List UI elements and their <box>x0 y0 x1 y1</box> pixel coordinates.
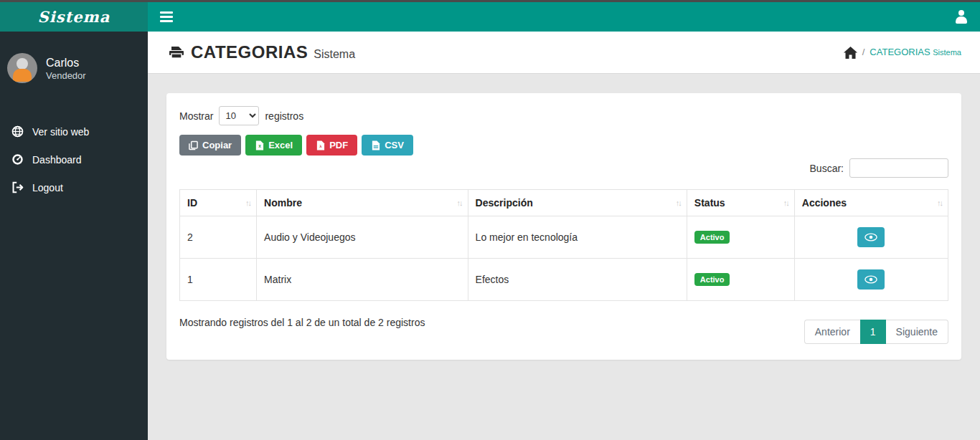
length-label-before: Mostrar <box>179 110 213 122</box>
table-header-row: ID↑↓ Nombre↑↓ Descripción↑↓ Status↑↓ Acc… <box>180 190 948 216</box>
pagination-page-1-button[interactable]: 1 <box>860 320 886 344</box>
sort-icon: ↑↓ <box>457 199 462 207</box>
page-title: CATEGORIAS Sistema <box>168 42 355 62</box>
user-icon <box>954 10 969 24</box>
status-badge: Activo <box>694 231 730 244</box>
home-icon[interactable] <box>844 47 857 59</box>
categories-table: ID↑↓ Nombre↑↓ Descripción↑↓ Status↑↓ Acc… <box>179 189 948 301</box>
breadcrumb: / CATEGORIAS Sistema <box>844 47 961 59</box>
top-navbar: Sistema <box>0 2 980 32</box>
cell-acciones <box>794 216 948 259</box>
hamburger-icon <box>160 11 173 14</box>
csv-button[interactable]: CSV <box>362 135 413 156</box>
excel-button[interactable]: x Excel <box>245 135 302 156</box>
column-header-nombre[interactable]: Nombre↑↓ <box>257 190 468 216</box>
user-menu-toggle[interactable] <box>943 2 980 32</box>
user-role: Vendedor <box>46 70 86 81</box>
table-row: 2 Audio y Videojuegos Lo mejor en tecnol… <box>180 216 948 259</box>
page-subtitle-text: Sistema <box>314 48 355 61</box>
export-buttons: Copiar x Excel λ PDF CSV <box>179 135 948 156</box>
logout-icon <box>11 181 24 193</box>
cell-id: 2 <box>180 216 257 259</box>
content-header: CATEGORIAS Sistema / CATEGORIAS Sistema <box>148 32 980 74</box>
copy-icon <box>189 140 198 150</box>
column-header-status[interactable]: Status↑↓ <box>687 190 794 216</box>
copy-button[interactable]: Copiar <box>179 135 241 156</box>
print-icon <box>168 44 185 60</box>
pagination: Anterior 1 Siguiente <box>804 320 948 344</box>
view-button[interactable] <box>857 269 885 290</box>
sidebar-item-label: Dashboard <box>32 154 82 166</box>
breadcrumb-current-link[interactable]: CATEGORIAS Sistema <box>870 47 961 57</box>
datatable-card: Mostrar 10 registros Copiar x Excel <box>166 93 961 360</box>
column-header-descripcion[interactable]: Descripción↑↓ <box>468 190 687 216</box>
avatar <box>7 53 37 83</box>
table-length-control: Mostrar 10 registros <box>179 106 948 125</box>
cell-acciones <box>794 259 948 301</box>
cell-status: Activo <box>687 259 794 301</box>
user-profile: Carlos Vendedor <box>0 53 148 102</box>
eye-icon <box>864 275 877 284</box>
svg-text:x: x <box>258 143 261 148</box>
column-header-id[interactable]: ID↑↓ <box>180 190 257 216</box>
table-row: 1 Matrix Efectos Activo <box>180 259 948 301</box>
sidebar-item-label: Logout <box>32 182 63 193</box>
sidebar-item-logout[interactable]: Logout <box>0 173 148 201</box>
file-pdf-icon: λ <box>316 140 325 150</box>
cell-descripcion: Efectos <box>468 259 687 301</box>
sort-icon: ↑↓ <box>937 199 942 207</box>
search-input[interactable] <box>849 158 948 178</box>
table-info: Mostrando registros del 1 al 2 de un tot… <box>179 311 425 328</box>
status-badge: Activo <box>694 273 730 286</box>
sidebar-item-ver-sitio-web[interactable]: Ver sitio web <box>0 118 148 145</box>
sidebar-toggle-button[interactable] <box>148 2 185 32</box>
cell-nombre: Matrix <box>257 259 468 301</box>
table-footer: Mostrando registros del 1 al 2 de un tot… <box>179 311 948 344</box>
sort-icon: ↑↓ <box>676 199 681 207</box>
cell-nombre: Audio y Videojuegos <box>257 216 468 259</box>
user-name: Carlos <box>46 56 86 70</box>
pdf-button[interactable]: λ PDF <box>306 135 357 156</box>
pagination-previous-button[interactable]: Anterior <box>804 320 860 344</box>
length-label-after: registros <box>265 110 303 122</box>
sidebar: Carlos Vendedor Ver sitio web Dashboard <box>0 32 148 440</box>
pagination-next-button[interactable]: Siguiente <box>886 320 948 344</box>
brand-logo[interactable]: Sistema <box>0 2 148 32</box>
page-length-select[interactable]: 10 <box>219 106 259 125</box>
sort-icon: ↑↓ <box>783 199 788 207</box>
dashboard-icon <box>11 153 24 166</box>
cell-id: 1 <box>180 259 257 301</box>
table-search-control: Buscar: <box>179 158 948 178</box>
navbar-spacer <box>185 2 943 32</box>
file-csv-icon <box>371 140 380 150</box>
sort-icon: ↑↓ <box>245 199 250 207</box>
breadcrumb-separator: / <box>862 47 865 57</box>
sidebar-menu: Ver sitio web Dashboard Logout <box>0 118 148 201</box>
cell-status: Activo <box>687 216 794 259</box>
main-content: CATEGORIAS Sistema / CATEGORIAS Sistema … <box>148 32 980 440</box>
search-label: Buscar: <box>810 163 844 174</box>
sidebar-item-label: Ver sitio web <box>32 126 89 138</box>
view-button[interactable] <box>857 227 885 247</box>
column-header-acciones[interactable]: Acciones↑↓ <box>794 190 948 216</box>
eye-icon <box>864 233 877 241</box>
page-title-text: CATEGORIAS <box>191 42 308 62</box>
cell-descripcion: Lo mejor en tecnología <box>468 216 687 259</box>
sidebar-item-dashboard[interactable]: Dashboard <box>0 145 148 173</box>
file-excel-icon: x <box>255 140 264 150</box>
globe-icon <box>11 125 24 138</box>
content-body: Mostrar 10 registros Copiar x Excel <box>148 74 980 379</box>
